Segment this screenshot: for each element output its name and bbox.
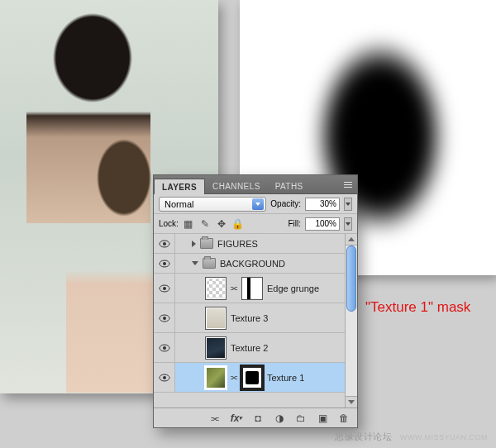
layer-texture-3[interactable]: Texture 3 <box>154 303 345 333</box>
tab-channels[interactable]: CHANNELS <box>205 179 268 193</box>
disclosure-right-icon[interactable] <box>192 241 196 247</box>
svg-point-1 <box>163 242 166 245</box>
panel-menu-icon[interactable] <box>342 179 354 190</box>
folder-icon <box>200 238 213 249</box>
new-group-icon[interactable]: 🗀 <box>294 412 308 425</box>
link-icon[interactable]: ⫘ <box>231 373 237 383</box>
fill-label: Fill: <box>288 219 301 228</box>
lock-fill-row: Lock: ▦ ✎ ✥ 🔒 Fill: 100% <box>154 214 357 234</box>
folder-icon <box>203 258 216 269</box>
layer-label: Texture 2 <box>231 343 268 353</box>
delete-layer-icon[interactable]: 🗑 <box>337 412 351 425</box>
lock-icons: ▦ ✎ ✥ 🔒 <box>183 218 244 230</box>
visibility-toggle[interactable] <box>154 303 175 332</box>
layers-panel: LAYERS CHANNELS PATHS Normal Opacity: 30… <box>153 174 358 428</box>
dropdown-caret-icon <box>252 198 264 210</box>
panel-tabs: LAYERS CHANNELS PATHS <box>154 175 357 194</box>
group-label: BACKGROUND <box>220 259 285 269</box>
group-background[interactable]: BACKGROUND <box>154 254 345 274</box>
link-layers-icon[interactable]: ⫘ <box>208 412 222 425</box>
svg-point-5 <box>163 287 166 290</box>
layer-thumb[interactable] <box>205 277 227 300</box>
tab-paths[interactable]: PATHS <box>268 179 311 193</box>
visibility-toggle[interactable] <box>154 363 175 392</box>
scroll-thumb[interactable] <box>346 245 356 312</box>
layer-edge-grunge[interactable]: ⫘ Edge grunge <box>154 274 345 303</box>
svg-point-3 <box>163 262 166 265</box>
visibility-toggle[interactable] <box>154 333 175 362</box>
visibility-toggle[interactable] <box>154 254 175 273</box>
svg-point-9 <box>163 346 166 350</box>
lock-position-icon[interactable]: ✥ <box>216 218 227 230</box>
group-label: FIGURES <box>217 239 258 249</box>
layer-label: Edge grunge <box>267 284 319 293</box>
new-layer-icon[interactable]: ▣ <box>316 412 329 425</box>
mask-thumb[interactable] <box>241 366 263 389</box>
add-mask-icon[interactable]: ◘ <box>251 412 265 425</box>
layer-list: FIGURES BACKGROUND ⫘ <box>154 234 357 407</box>
mask-thumb[interactable] <box>241 277 263 300</box>
adjustment-layer-icon[interactable]: ◑ <box>273 412 286 425</box>
watermark-sub: WWW.MISSYUAN.COM <box>400 433 488 441</box>
svg-point-7 <box>163 317 166 320</box>
layers-scrollbar[interactable] <box>345 234 357 407</box>
visibility-toggle[interactable] <box>154 274 175 303</box>
watermark: 思缘设计论坛 WWW.MISSYUAN.COM <box>335 431 488 443</box>
panel-footer: ⫘ fx▾ ◘ ◑ 🗀 ▣ 🗑 <box>154 407 357 427</box>
layer-label: Texture 3 <box>231 313 268 323</box>
opacity-input[interactable]: 30% <box>305 198 340 211</box>
scroll-down-icon[interactable] <box>346 396 357 407</box>
watermark-main: 思缘设计论坛 <box>335 431 392 441</box>
blend-mode-value: Normal <box>165 199 193 209</box>
blend-mode-select[interactable]: Normal <box>159 197 266 212</box>
layer-label: Texture 1 <box>267 373 304 383</box>
lock-pixels-icon[interactable]: ✎ <box>199 218 211 230</box>
blend-opacity-row: Normal Opacity: 30% <box>154 194 357 214</box>
link-icon[interactable]: ⫘ <box>231 284 237 293</box>
layer-texture-1[interactable]: ⫘ Texture 1 <box>154 363 345 393</box>
annotation-label: "Texture 1" mask <box>365 299 470 316</box>
layer-thumb[interactable] <box>205 366 227 389</box>
fx-icon[interactable]: fx▾ <box>230 412 243 425</box>
layer-thumb[interactable] <box>205 307 227 330</box>
svg-point-11 <box>163 376 166 379</box>
group-figures[interactable]: FIGURES <box>154 234 345 254</box>
fill-caret-icon[interactable] <box>344 217 352 231</box>
layer-texture-2[interactable]: Texture 2 <box>154 333 345 363</box>
opacity-caret-icon[interactable] <box>344 198 352 211</box>
lock-label: Lock: <box>159 219 179 228</box>
lock-transparency-icon[interactable]: ▦ <box>183 218 194 230</box>
scroll-up-icon[interactable] <box>346 234 357 245</box>
lock-all-icon[interactable]: 🔒 <box>232 218 244 230</box>
layer-thumb[interactable] <box>205 336 227 360</box>
opacity-label: Opacity: <box>270 199 301 208</box>
disclosure-down-icon[interactable] <box>192 261 198 265</box>
tab-layers[interactable]: LAYERS <box>154 179 205 194</box>
visibility-toggle[interactable] <box>154 234 175 253</box>
fill-input[interactable]: 100% <box>305 217 340 231</box>
